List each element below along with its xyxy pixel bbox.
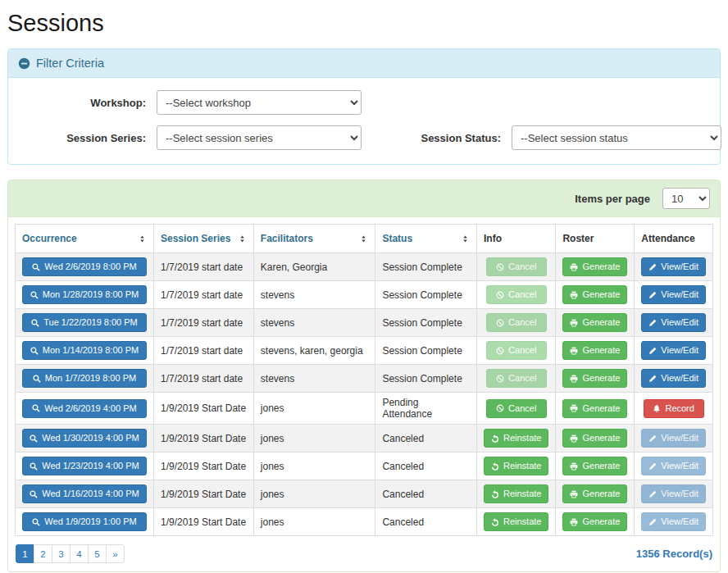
session-series-group: Session Series: --Select session series bbox=[16, 125, 362, 150]
occurrence-button[interactable]: Mon 1/7/2019 8:00 PM bbox=[22, 369, 147, 388]
table-row: Wed 1/30/2019 4:00 PM1/9/2019 Start Date… bbox=[16, 425, 713, 452]
session-series-select[interactable]: --Select session series bbox=[157, 125, 362, 150]
status-cell: Session Complete bbox=[375, 337, 477, 365]
cancel-button-label: Cancel bbox=[508, 290, 536, 299]
cancel-button-label: Cancel bbox=[508, 374, 536, 383]
session-series-cell: 1/9/2019 Start Date bbox=[154, 425, 254, 452]
info-cell: Cancel bbox=[476, 253, 555, 281]
undo-icon bbox=[491, 434, 499, 443]
records-count: 1356 Record(s) bbox=[636, 548, 712, 560]
pagination-page-5[interactable]: 5 bbox=[88, 544, 107, 563]
occurrence-button[interactable]: Wed 1/16/2019 4:00 PM bbox=[22, 484, 147, 503]
generate-button[interactable]: Generate bbox=[562, 512, 627, 531]
cancel-button-label: Cancel bbox=[508, 404, 536, 413]
reinstate-button[interactable]: Reinstate bbox=[484, 512, 548, 531]
pagination-next[interactable]: » bbox=[106, 544, 125, 563]
session-series-label: Session Series: bbox=[16, 132, 146, 144]
occurrence-label: Mon 1/7/2019 8:00 PM bbox=[45, 374, 136, 383]
print-icon bbox=[570, 319, 578, 327]
bell-icon bbox=[653, 404, 661, 412]
roster-cell: Generate bbox=[556, 425, 635, 452]
generate-button[interactable]: Generate bbox=[562, 257, 627, 276]
column-header-status[interactable]: Status bbox=[375, 225, 477, 253]
print-icon bbox=[570, 434, 578, 443]
occurrence-button[interactable]: Wed 1/9/2019 1:00 PM bbox=[22, 512, 147, 531]
pagination-page-4[interactable]: 4 bbox=[70, 544, 89, 563]
undo-icon bbox=[491, 490, 499, 498]
occurrence-cell: Wed 2/6/2019 8:00 PM bbox=[16, 253, 154, 281]
view-edit-button[interactable]: View/Edit bbox=[641, 369, 706, 388]
generate-button[interactable]: Generate bbox=[562, 369, 627, 388]
occurrence-button[interactable]: Wed 2/6/2019 4:00 PM bbox=[22, 399, 147, 418]
minus-circle-icon[interactable] bbox=[18, 57, 30, 70]
cancel-button: Cancel bbox=[486, 285, 547, 304]
facilitators-cell: stevens bbox=[253, 281, 375, 309]
occurrence-cell: Wed 1/16/2019 4:00 PM bbox=[16, 480, 154, 508]
pagination-page-2[interactable]: 2 bbox=[34, 544, 52, 563]
print-icon bbox=[570, 462, 578, 471]
generate-button[interactable]: Generate bbox=[562, 313, 627, 332]
pencil-icon bbox=[648, 319, 657, 327]
sessions-table-panel: Items per page 10 OccurrenceSession Seri… bbox=[7, 180, 721, 572]
filter-panel-header[interactable]: Filter Criteria bbox=[8, 49, 720, 78]
pagination-page-1[interactable]: 1 bbox=[16, 544, 34, 563]
occurrence-button[interactable]: Mon 1/28/2019 8:00 PM bbox=[22, 285, 147, 304]
generate-button[interactable]: Generate bbox=[562, 341, 627, 360]
view-edit-button-label: View/Edit bbox=[661, 489, 698, 498]
table-row: Mon 1/14/2019 8:00 PM1/7/2019 start date… bbox=[16, 337, 713, 365]
filter-panel: Filter Criteria Workshop: --Select works… bbox=[7, 48, 721, 165]
table-wrap: OccurrenceSession SeriesFacilitatorsStat… bbox=[8, 217, 720, 571]
items-per-page-select[interactable]: 10 bbox=[662, 188, 710, 209]
print-icon bbox=[570, 518, 578, 526]
facilitators-cell: Karen, Georgia bbox=[253, 253, 375, 281]
facilitators-cell: jones bbox=[253, 425, 375, 452]
session-series-cell: 1/7/2019 start date bbox=[154, 281, 254, 309]
generate-button[interactable]: Generate bbox=[562, 457, 627, 475]
cancel-button-label: Cancel bbox=[508, 346, 536, 355]
generate-button[interactable]: Generate bbox=[562, 429, 627, 448]
column-header-occurrence[interactable]: Occurrence bbox=[16, 225, 154, 253]
facilitators-cell: jones bbox=[253, 452, 375, 480]
attendance-cell: View/Edit bbox=[635, 425, 713, 452]
occurrence-button[interactable]: Wed 1/30/2019 4:00 PM bbox=[22, 429, 147, 448]
generate-button[interactable]: Generate bbox=[562, 484, 627, 503]
column-header-session-series[interactable]: Session Series bbox=[154, 225, 254, 253]
generate-button[interactable]: Generate bbox=[562, 285, 627, 304]
table-row: Wed 1/9/2019 1:00 PM1/9/2019 Start Datej… bbox=[16, 508, 713, 536]
cancel-button[interactable]: Cancel bbox=[486, 399, 547, 418]
occurrence-cell: Mon 1/28/2019 8:00 PM bbox=[16, 281, 154, 309]
search-icon bbox=[30, 462, 38, 471]
info-cell: Cancel bbox=[476, 309, 555, 337]
occurrence-button[interactable]: Mon 1/14/2019 8:00 PM bbox=[22, 341, 147, 360]
session-status-select[interactable]: --Select session status bbox=[512, 125, 721, 150]
session-series-cell: 1/9/2019 Start Date bbox=[154, 480, 254, 508]
page-title: Sessions bbox=[7, 10, 721, 37]
print-icon bbox=[570, 490, 578, 498]
occurrence-cell: Mon 1/14/2019 8:00 PM bbox=[16, 337, 154, 365]
occurrence-button[interactable]: Tue 1/22/2019 8:00 PM bbox=[22, 313, 147, 332]
pagination: 12345» bbox=[16, 544, 125, 563]
column-label: Roster bbox=[562, 233, 594, 244]
view-edit-button-label: View/Edit bbox=[661, 517, 698, 526]
column-label: Attendance bbox=[641, 233, 694, 244]
view-edit-button[interactable]: View/Edit bbox=[641, 285, 706, 304]
record-button[interactable]: Record bbox=[644, 399, 704, 418]
view-edit-button[interactable]: View/Edit bbox=[641, 341, 706, 360]
table-row: Wed 2/6/2019 8:00 PM1/7/2019 start dateK… bbox=[16, 253, 713, 281]
reinstate-button[interactable]: Reinstate bbox=[484, 484, 548, 503]
reinstate-button[interactable]: Reinstate bbox=[484, 429, 548, 448]
pagination-page-3[interactable]: 3 bbox=[52, 544, 71, 563]
column-header-info: Info bbox=[476, 225, 555, 253]
reinstate-button[interactable]: Reinstate bbox=[484, 457, 548, 475]
column-header-facilitators[interactable]: Facilitators bbox=[253, 225, 375, 253]
occurrence-button[interactable]: Wed 2/6/2019 8:00 PM bbox=[22, 257, 147, 276]
search-icon bbox=[32, 404, 40, 412]
occurrence-label: Wed 1/9/2019 1:00 PM bbox=[44, 517, 136, 526]
search-icon bbox=[32, 518, 40, 526]
occurrence-button[interactable]: Wed 1/23/2019 4:00 PM bbox=[22, 457, 147, 475]
workshop-select[interactable]: --Select workshop bbox=[157, 90, 362, 115]
view-edit-button[interactable]: View/Edit bbox=[641, 257, 706, 276]
occurrence-cell: Tue 1/22/2019 8:00 PM bbox=[16, 309, 154, 337]
generate-button[interactable]: Generate bbox=[562, 399, 627, 418]
view-edit-button[interactable]: View/Edit bbox=[641, 313, 706, 332]
